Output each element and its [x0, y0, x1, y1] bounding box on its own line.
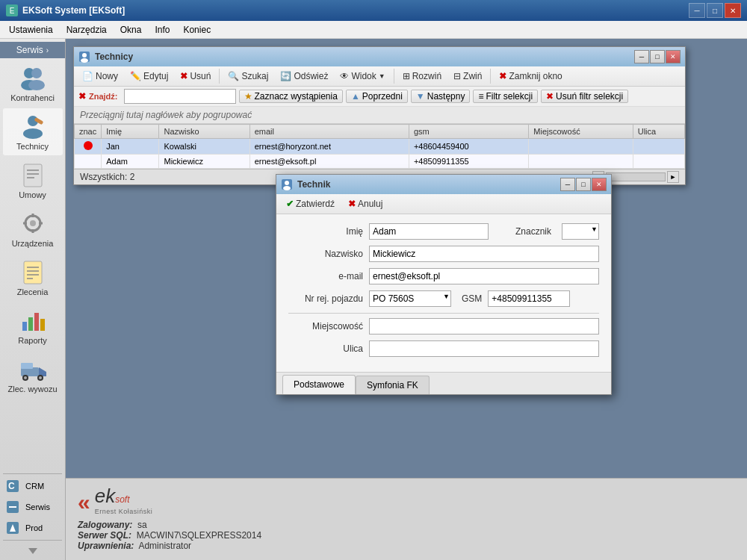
scroll-right-button[interactable]: ► — [667, 171, 679, 183]
miejscowosc-input[interactable] — [369, 318, 599, 335]
search-input[interactable] — [124, 89, 236, 104]
btn-zaznacz[interactable]: ★ Zaznacz wystąpienia — [239, 90, 343, 103]
svg-point-3 — [28, 80, 45, 90]
gsm-input[interactable] — [488, 290, 570, 307]
col-miejscowosc[interactable]: Miejscowość — [529, 125, 633, 139]
ulica-input[interactable] — [369, 340, 599, 357]
btn-poprzedni[interactable]: ▲ Poprzedni — [346, 90, 408, 103]
search-row: ✖ Znajdź: ★ Zaznacz wystąpienia ▲ Poprze… — [74, 87, 685, 107]
btn-anuluj[interactable]: ✖ Anuluj — [343, 196, 388, 211]
nowy-icon: 📄 — [82, 71, 93, 81]
col-nazwisko[interactable]: Nazwisko — [159, 125, 249, 139]
window-technicy-minimize[interactable]: ─ — [634, 50, 649, 63]
table-row[interactable]: Jan Kowalski ernest@horyzont.net +486044… — [75, 139, 685, 155]
btn-usun-filtr[interactable]: ✖ Usuń filtr selekcji — [541, 90, 628, 103]
btn-szukaj-label: Szukaj — [241, 71, 268, 81]
widok-icon: 👁 — [340, 71, 349, 81]
svg-rect-24 — [34, 313, 39, 331]
svg-point-29 — [24, 376, 27, 379]
svg-rect-25 — [40, 319, 45, 331]
usun-filtr2-icon: ✖ — [546, 91, 554, 102]
col-gsm[interactable]: gsm — [409, 125, 528, 139]
menu-okna[interactable]: Okna — [114, 23, 148, 37]
sidebar-item-kontrahenci[interactable]: Kontrahenci — [3, 60, 63, 107]
btn-zatwierdz[interactable]: ✔ Zatwierdź — [281, 196, 340, 211]
window-technicy-maximize[interactable]: □ — [650, 50, 665, 63]
btn-widok[interactable]: 👁 Widok ▼ — [335, 69, 390, 84]
maximize-button[interactable]: □ — [707, 3, 723, 18]
email-label: e-mail — [288, 271, 363, 281]
rozwin-icon: ⊞ — [403, 71, 410, 81]
btn-rozwin[interactable]: ⊞ Rozwiń — [397, 69, 447, 84]
col-imie[interactable]: Imię — [102, 125, 159, 139]
ok-icon: ✔ — [286, 199, 294, 209]
sidebar-item-raporty[interactable]: Raporty — [3, 302, 63, 349]
modal-close[interactable]: ✕ — [592, 178, 607, 191]
sidebar-item-technicy[interactable]: Technicy — [3, 108, 63, 155]
usun-icon: ✖ — [180, 71, 187, 81]
permissions-value: Administrator — [138, 541, 191, 551]
btn-odswiez-label: Odśwież — [294, 71, 328, 81]
col-ulica[interactable]: Ulica — [633, 125, 684, 139]
btn-nastepny-label: Następny — [427, 91, 465, 102]
menu-ustawienia[interactable]: Ustawienia — [3, 23, 59, 37]
znacznik-dropdown-icon[interactable]: ▼ — [591, 225, 598, 233]
red-marker-icon — [84, 141, 93, 150]
form-row-email: e-mail — [288, 268, 599, 284]
sidebar-item-umowy[interactable]: Umowy — [3, 157, 63, 204]
menu-info[interactable]: Info — [149, 23, 176, 37]
znacznik-label: Znacznik — [515, 226, 551, 237]
row2-ulica — [633, 155, 684, 169]
main-layout: Serwis › Kontrahenci — [0, 39, 747, 560]
tab-symfonia[interactable]: Symfonia FK — [356, 376, 430, 394]
table-row[interactable]: Adam Mickiewicz ernest@eksoft.pl +485099… — [75, 155, 685, 169]
svg-point-31 — [39, 376, 42, 379]
btn-odswiez[interactable]: 🔄 Odśwież — [275, 69, 333, 84]
email-input[interactable] — [369, 268, 599, 284]
sidebar-item-crm[interactable]: C CRM — [0, 476, 60, 497]
btn-nowy[interactable]: 📄 Nowy — [77, 69, 123, 84]
col-email[interactable]: email — [249, 125, 409, 139]
sidebar-header[interactable]: Serwis › — [0, 42, 65, 58]
btn-zamknij-label: Zamknij okno — [509, 71, 562, 81]
modal-maximize[interactable]: □ — [576, 178, 591, 191]
svg-rect-17 — [24, 261, 42, 284]
svg-point-12 — [30, 220, 36, 226]
prev-icon: ▲ — [351, 91, 360, 102]
modal-minimize[interactable]: ─ — [560, 178, 575, 191]
row1-nazwisko: Kowalski — [159, 139, 249, 155]
btn-szukaj[interactable]: 🔍 Szukaj — [223, 69, 273, 84]
window-technicy-icon — [78, 51, 90, 63]
btn-zamknij[interactable]: ✖ Zamknij okno — [494, 69, 567, 84]
svg-point-1 — [31, 68, 42, 78]
menu-bar: Ustawienia Narzędzia Okna Info Koniec — [0, 21, 747, 39]
horizontal-scrollbar[interactable] — [606, 172, 666, 181]
nrrej-dropdown-icon[interactable]: ▼ — [443, 293, 450, 300]
nazwisko-input[interactable] — [369, 246, 599, 262]
btn-edytuj[interactable]: ✏️ Edytuj — [125, 69, 173, 84]
minimize-button[interactable]: ─ — [689, 3, 705, 18]
sidebar-collapse-icon[interactable] — [27, 545, 39, 557]
logo-area: « eksoft Ernest Kołasiński — [78, 485, 735, 515]
imie-input[interactable] — [369, 223, 489, 240]
btn-nastepny[interactable]: ▼ Następny — [411, 90, 471, 103]
sidebar-item-urzadzenia[interactable]: Urządzenia — [3, 205, 63, 252]
svg-rect-32 — [21, 363, 33, 369]
bottom-bar: « eksoft Ernest Kołasiński Zalogowany: s… — [66, 478, 747, 560]
close-app-button[interactable]: ✕ — [725, 3, 741, 18]
col-znac[interactable]: znac — [75, 125, 102, 139]
tab-podstawowe[interactable]: Podstawowe — [282, 375, 356, 394]
window-technicy-close[interactable]: ✕ — [666, 50, 681, 63]
sidebar-item-zlecenia[interactable]: Zlecenia — [3, 254, 63, 301]
nrrej-input[interactable] — [369, 290, 451, 307]
btn-zwijn[interactable]: ⊟ Zwiń — [448, 69, 487, 84]
btn-usun[interactable]: ✖ Usuń — [175, 69, 216, 84]
sidebar-item-wywozu[interactable]: Zlec. wywozu — [3, 351, 63, 398]
table-container[interactable]: znac Imię Nazwisko email gsm Miejscowość… — [74, 124, 685, 169]
row2-imie: Adam — [102, 155, 159, 169]
sidebar-item-prod[interactable]: Prod — [0, 517, 60, 538]
menu-koniec[interactable]: Koniec — [177, 23, 217, 37]
menu-narzedzia[interactable]: Narzędzia — [61, 23, 113, 37]
sidebar-item-serwis-bottom[interactable]: Serwis — [0, 497, 60, 517]
btn-filtr[interactable]: ≡ Filtr selekcji — [473, 90, 538, 103]
